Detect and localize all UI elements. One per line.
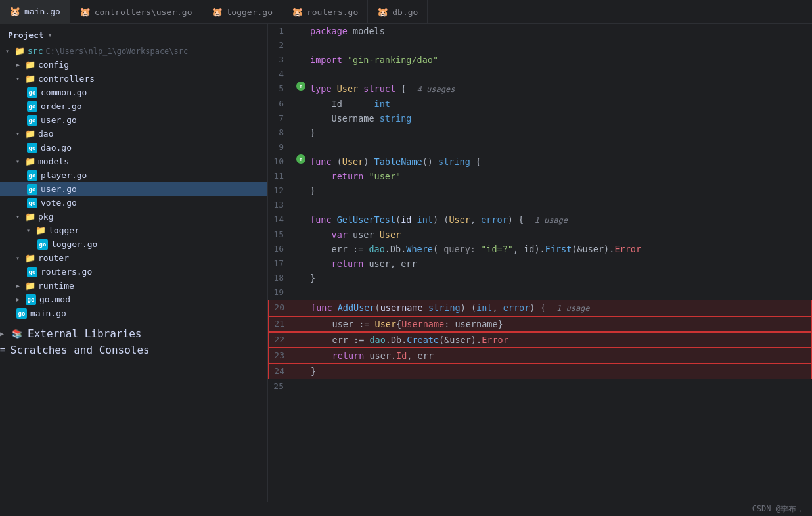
line-16-content: err := dao.Db.Where( query: "id=?", id).… <box>307 242 812 256</box>
line-num-19: 19 <box>268 285 294 300</box>
code-line-5: 5 ↑ type User struct { 4 usages <box>268 82 812 97</box>
line-22-content: err := dao.Db.Create(&user).Error <box>308 333 811 347</box>
line-num-2: 2 <box>268 38 294 53</box>
tab-controllers-user-go[interactable]: 🐹 controllers\user.go <box>70 0 202 24</box>
tree-router[interactable]: ▾ 📁 router <box>0 251 267 265</box>
line-20-content: func AddUser(username string) (int, erro… <box>308 300 811 316</box>
badge-10: ↑ <box>296 154 305 164</box>
models-label: models <box>38 156 69 166</box>
badge-5: ↑ <box>296 82 305 91</box>
code-line-14: 14 func GetUserTest(id int) (User, error… <box>268 212 812 227</box>
tab-go-icon-logger: 🐹 <box>212 7 223 17</box>
tree-vote-go[interactable]: go vote.go <box>0 196 267 210</box>
controllers-user-go-label: user.go <box>41 115 77 125</box>
routers-go-icon: go <box>26 268 38 277</box>
controllers-arrow: ▾ <box>16 75 25 82</box>
tree-models-user-go[interactable]: go user.go <box>0 182 267 196</box>
status-bar: CSDN @季布， <box>0 502 812 516</box>
line-num-3: 3 <box>268 53 294 67</box>
tree-models[interactable]: ▾ 📁 models <box>0 154 267 168</box>
tab-go-icon-routers: 🐹 <box>292 7 303 17</box>
code-editor[interactable]: 1 package models 2 3 import "gin-ranking… <box>268 24 812 502</box>
line-6-content: Id int <box>307 97 812 111</box>
line-num-18: 18 <box>268 271 294 285</box>
scratches-item[interactable]: ≡ Scratches and Consoles <box>0 342 267 358</box>
routers-go-label: routers.go <box>41 267 92 277</box>
external-libraries-item[interactable]: ▶ 📚 External Libraries <box>0 325 267 342</box>
scratches-label: Scratches and Consoles <box>11 344 150 356</box>
tree-main-go[interactable]: go main.go <box>0 306 267 320</box>
line-num-5: 5 <box>268 82 294 96</box>
pkg-arrow: ▾ <box>16 213 25 220</box>
dao-label: dao <box>38 129 53 139</box>
logger-folder-icon: 📁 <box>35 225 46 235</box>
tab-main-go[interactable]: 🐹 main.go <box>0 0 70 24</box>
tree-runtime[interactable]: ▶ 📁 runtime <box>0 279 267 293</box>
runtime-label: runtime <box>38 281 74 291</box>
line-num-9: 9 <box>268 140 294 154</box>
tree-dao-go[interactable]: go dao.go <box>0 141 267 154</box>
tree-config[interactable]: ▶ 📁 config <box>0 58 267 72</box>
tree-logger-go[interactable]: go logger.go <box>0 237 267 251</box>
sidebar-header: Project ▾ <box>0 26 267 44</box>
tree-controllers-user-go[interactable]: go user.go <box>0 113 267 127</box>
line-num-17: 17 <box>268 256 294 271</box>
line-num-24: 24 <box>269 364 295 379</box>
line-11-content: return "user" <box>307 169 812 183</box>
controllers-folder-icon: 📁 <box>25 74 35 83</box>
code-line-4: 4 <box>268 67 812 82</box>
tree-src-root[interactable]: ▾ 📁 src C:\Users\nlp_1\goWorkspace\src <box>0 44 267 58</box>
tab-db-go[interactable]: 🐹 db.go <box>368 0 428 24</box>
code-line-22: 22 err := dao.Db.Create(&user).Error <box>268 332 812 348</box>
line-num-6: 6 <box>268 97 294 111</box>
tree-controllers[interactable]: ▾ 📁 controllers <box>0 72 267 85</box>
main-content: Project ▾ ▾ 📁 src C:\Users\nlp_1\goWorks… <box>0 24 812 502</box>
tree-go-mod[interactable]: ▶ go go.mod <box>0 293 267 306</box>
project-label: Project <box>8 30 44 40</box>
code-line-7: 7 Username string <box>268 111 812 126</box>
code-line-23: 23 return user.Id, err <box>268 348 812 364</box>
code-line-16: 16 err := dao.Db.Where( query: "id=?", i… <box>268 242 812 256</box>
sidebar: Project ▾ ▾ 📁 src C:\Users\nlp_1\goWorks… <box>0 24 268 502</box>
tree-order-go[interactable]: go order.go <box>0 99 267 113</box>
player-go-label: player.go <box>41 170 87 180</box>
tree-routers-go[interactable]: go routers.go <box>0 265 267 279</box>
logger-dir-label: logger <box>49 225 79 235</box>
code-line-13: 13 <box>268 198 812 212</box>
tree-logger-dir[interactable]: ▾ 📁 logger <box>0 223 267 237</box>
line-num-1: 1 <box>268 24 294 38</box>
tab-routers-go[interactable]: 🐹 routers.go <box>282 0 368 24</box>
go-mod-arrow: ▶ <box>16 296 25 303</box>
tree-pkg[interactable]: ▾ 📁 pkg <box>0 210 267 223</box>
common-go-label: common.go <box>41 87 87 97</box>
line-num-22: 22 <box>269 333 295 347</box>
line-7-content: Username string <box>307 111 812 126</box>
line-10-content: func (User) TableName() string { <box>307 154 812 169</box>
line-num-15: 15 <box>268 227 294 242</box>
line-num-14: 14 <box>268 212 294 227</box>
external-libraries-label: External Libraries <box>28 327 141 340</box>
line-num-16: 16 <box>268 242 294 256</box>
code-line-11: 11 return "user" <box>268 169 812 183</box>
models-user-go-icon: go <box>26 185 38 194</box>
src-arrow: ▾ <box>5 47 14 55</box>
line-8-content: } <box>307 126 812 140</box>
runtime-arrow: ▶ <box>16 282 25 289</box>
line-num-21: 21 <box>269 317 295 331</box>
tree-common-go[interactable]: go common.go <box>0 85 267 99</box>
tree-dao[interactable]: ▾ 📁 dao <box>0 127 267 141</box>
tab-logger-go[interactable]: 🐹 logger.go <box>202 0 282 24</box>
tree-player-go[interactable]: go player.go <box>0 168 267 182</box>
project-dropdown-icon[interactable]: ▾ <box>48 31 53 39</box>
logger-go-label: logger.go <box>51 239 97 249</box>
line-5-content: type User struct { 4 usages <box>307 82 812 97</box>
common-go-icon: go <box>26 88 38 97</box>
line-24-content: } <box>308 364 811 379</box>
tab-go-icon-db: 🐹 <box>377 7 388 17</box>
code-container: 1 package models 2 3 import "gin-ranking… <box>268 24 812 502</box>
line-21-content: user := User{Username: username} <box>308 317 811 331</box>
line-num-25: 25 <box>268 379 294 394</box>
config-arrow: ▶ <box>16 61 25 68</box>
gutter-5: ↑ <box>294 82 307 91</box>
ext-lib-icon: 📚 <box>12 329 22 339</box>
